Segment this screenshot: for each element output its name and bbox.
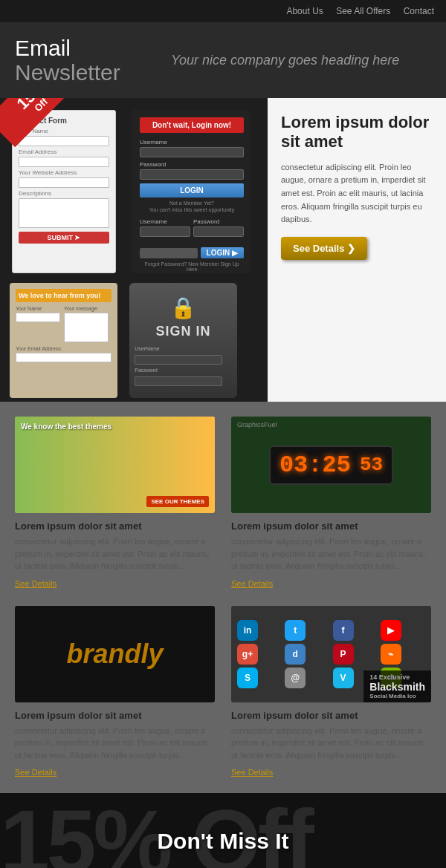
grid-item-themes: We know the best themes SEE OUR THEMES L… xyxy=(15,417,215,590)
promo-banner: 15% Off Don't Miss It xyxy=(0,793,446,868)
grid-item-clock-title: Lorem ipsum dolor sit amet xyxy=(231,521,431,532)
grid-item-themes-title: Lorem ipsum dolor sit amet xyxy=(15,521,215,532)
digg-icon: d xyxy=(285,644,306,665)
vimeo-icon: V xyxy=(333,668,354,688)
logo-line2: Newsletter xyxy=(15,60,120,85)
see-details-button[interactable]: See Details xyxy=(281,237,367,260)
brandly-image: brandly xyxy=(15,606,215,702)
nav-offers[interactable]: See All Offers xyxy=(336,6,390,16)
logo-line1: Email xyxy=(15,36,71,60)
twitter-icon: t xyxy=(285,620,306,641)
grid-item-social-title: Lorem ipsum dolor sit amet xyxy=(231,710,431,721)
blacksmith-overlay: 14 Exclusive Blacksmith Social Media Ico xyxy=(363,670,431,702)
product-grid: We know the best themes SEE OUR THEMES L… xyxy=(0,402,446,793)
grid-item-clock-link[interactable]: See Details xyxy=(231,579,273,588)
social-image: in t f ▶ g+ d P ⌁ S @ V ✉ 14 Exclusive B… xyxy=(231,606,431,702)
grid-item-social-link[interactable]: See Details xyxy=(231,768,273,777)
page-header: Email Newsletter Your nice company goes … xyxy=(0,22,446,98)
signin-mock: 🔒 SIGN IN UserName Password xyxy=(129,283,237,398)
offer-body: consectetur adipiscing elit. Proin leo a… xyxy=(281,161,433,226)
login-form-mock: Don't wait, Login now! Username Password… xyxy=(132,110,251,273)
grid-item-clock-body: consectetur adipiscing elit. Proin leo a… xyxy=(231,535,431,572)
email-icon: @ xyxy=(285,668,306,688)
grid-item-brandly-body: consectetur adipiscing elit. Proin leo a… xyxy=(15,725,215,762)
top-navigation: About Us See All Offers Contact xyxy=(0,0,446,22)
promo-main-text: Don't Miss It xyxy=(157,829,288,854)
grid-item-social-body: consectetur adipiscing elit. Proin leo a… xyxy=(231,725,431,762)
grid-item-clock: GraphicsFuel 03:25 53 Lorem ipsum dolor … xyxy=(231,417,431,590)
youtube-icon: ▶ xyxy=(381,620,401,641)
logo: Email Newsletter xyxy=(15,36,156,85)
clock-display: 03:25 53 xyxy=(269,446,393,485)
nav-about[interactable]: About Us xyxy=(286,6,323,16)
clock-image: GraphicsFuel 03:25 53 xyxy=(231,417,431,513)
grid-item-brandly: brandly Lorem ipsum dolor sit amet conse… xyxy=(15,606,215,779)
discount-ribbon: 15% Off xyxy=(0,98,74,172)
hero-offer-panel: Lorem ipsum dolor sit amet consectetur a… xyxy=(268,98,446,402)
header-tagline: Your nice company goes heading here xyxy=(171,53,399,68)
lock-icon: 🔒 xyxy=(170,296,196,320)
offer-heading: Lorem ipsum dolor sit amet xyxy=(281,113,433,152)
googleplus-icon: g+ xyxy=(237,644,258,665)
grid-item-themes-body: consectetur adipiscing elit. Proin leo a… xyxy=(15,535,215,572)
hero-section: 15% Off Contact Form Your Name Email Add… xyxy=(0,98,446,402)
grid-item-themes-link[interactable]: See Details xyxy=(15,579,56,588)
brandly-text: brandly xyxy=(66,639,163,670)
nav-contact[interactable]: Contact xyxy=(404,6,434,16)
grid-item-brandly-title: Lorem ipsum dolor sit amet xyxy=(15,710,215,721)
hero-left-panel: 15% Off Contact Form Your Name Email Add… xyxy=(0,98,268,402)
themes-image: We know the best themes SEE OUR THEMES xyxy=(15,417,215,513)
facebook-icon: f xyxy=(333,620,354,641)
contact-form2-mock: We love to hear from you! Your Name: You… xyxy=(10,283,117,398)
linkedin-icon: in xyxy=(237,620,258,641)
grid-item-brandly-link[interactable]: See Details xyxy=(15,768,56,777)
skype-icon: S xyxy=(237,668,258,688)
rss-icon: ⌁ xyxy=(381,644,401,665)
hero-forms-row2: We love to hear from you! Your Name: You… xyxy=(0,279,268,402)
grid-item-social: in t f ▶ g+ d P ⌁ S @ V ✉ 14 Exclusive B… xyxy=(231,606,431,779)
pinterest-icon: P xyxy=(333,644,354,665)
